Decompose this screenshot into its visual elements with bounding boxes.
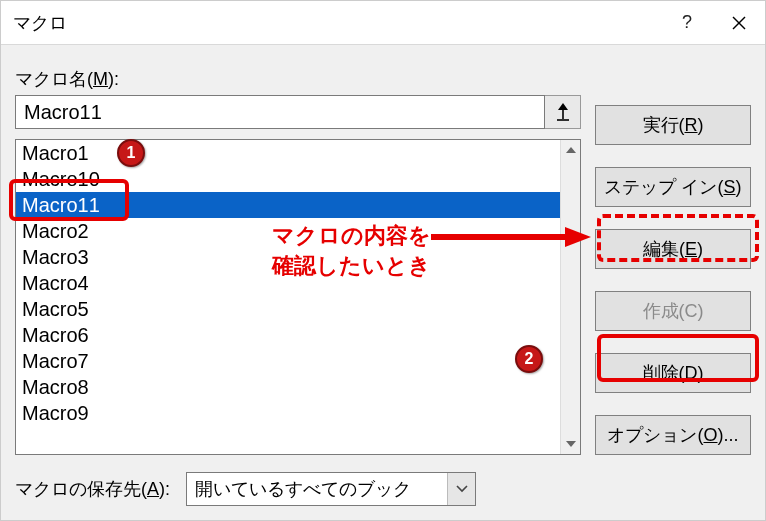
list-item[interactable]: Macro10 (16, 166, 560, 192)
scrollbar[interactable] (560, 140, 580, 454)
combo-dropdown-button[interactable] (447, 473, 475, 505)
close-icon (732, 16, 746, 30)
macro-name-input[interactable] (15, 95, 545, 129)
dialog-body: マクロ名(M): Macro1Macro10Macro11Macro2Macro… (1, 45, 765, 520)
annotation-badge-2: 2 (515, 345, 543, 373)
macro-name-label: マクロ名(M): (15, 67, 751, 91)
step-in-button[interactable]: ステップ イン(S) (595, 167, 751, 207)
save-location-row: マクロの保存先(A): 開いているすべてのブック (15, 472, 476, 506)
svg-marker-5 (566, 147, 576, 153)
list-item[interactable]: Macro7 (16, 348, 560, 374)
list-item[interactable]: Macro8 (16, 374, 560, 400)
help-icon: ? (682, 12, 692, 33)
create-button: 作成(C) (595, 291, 751, 331)
reference-button[interactable] (545, 95, 581, 129)
help-button[interactable]: ? (661, 1, 713, 45)
list-item[interactable]: Macro1 (16, 140, 560, 166)
macro-listbox[interactable]: Macro1Macro10Macro11Macro2Macro3Macro4Ma… (15, 139, 581, 455)
list-item[interactable]: Macro4 (16, 270, 560, 296)
list-item[interactable]: Macro3 (16, 244, 560, 270)
titlebar: マクロ ? (1, 1, 765, 45)
save-location-value: 開いているすべてのブック (187, 473, 447, 505)
list-item[interactable]: Macro11 (16, 192, 560, 218)
annotation-badge-1: 1 (117, 139, 145, 167)
button-column: 実行(R) ステップ イン(S) 編集(E) 作成(C) 削除(D) オプション… (595, 105, 751, 455)
scroll-down-icon[interactable] (561, 434, 581, 454)
list-item[interactable]: Macro5 (16, 296, 560, 322)
run-button[interactable]: 実行(R) (595, 105, 751, 145)
edit-button[interactable]: 編集(E) (595, 229, 751, 269)
svg-marker-3 (558, 103, 568, 110)
options-button[interactable]: オプション(O)... (595, 415, 751, 455)
save-location-combo[interactable]: 開いているすべてのブック (186, 472, 476, 506)
scroll-up-icon[interactable] (561, 140, 581, 160)
svg-marker-6 (566, 441, 576, 447)
list-item[interactable]: Macro9 (16, 400, 560, 426)
delete-button[interactable]: 削除(D) (595, 353, 751, 393)
close-button[interactable] (713, 1, 765, 45)
save-location-label: マクロの保存先(A): (15, 477, 170, 501)
list-item[interactable]: Macro2 (16, 218, 560, 244)
reference-icon (555, 103, 571, 121)
chevron-down-icon (456, 485, 468, 493)
list-item[interactable]: Macro6 (16, 322, 560, 348)
window-title: マクロ (13, 11, 661, 35)
